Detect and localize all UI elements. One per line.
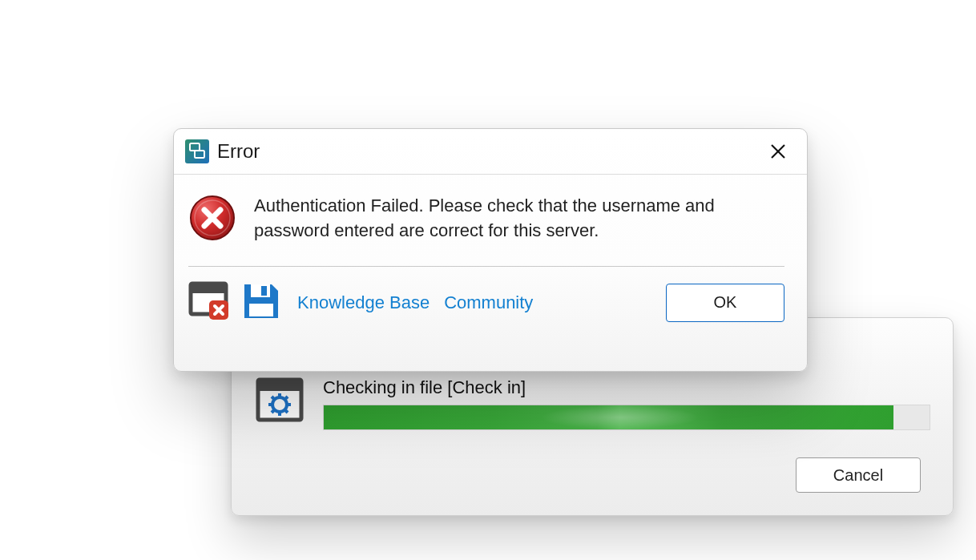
error-dialog-title: Error: [217, 140, 760, 163]
knowledge-base-link[interactable]: Knowledge Base: [297, 292, 430, 313]
window-error-icon[interactable]: [188, 281, 232, 324]
error-dialog-footer: Knowledge Base Community OK: [174, 281, 807, 324]
divider: [188, 266, 784, 267]
footer-icons: [188, 281, 281, 324]
progress-content: Checking in file [Check in]: [323, 377, 929, 430]
error-dialog-body: Authentication Failed. Please check that…: [174, 175, 807, 267]
progress-bar-fill: [324, 405, 893, 429]
close-button[interactable]: [760, 135, 796, 167]
app-icon: [185, 139, 209, 163]
progress-status-text: Checking in file [Check in]: [323, 377, 929, 398]
svg-rect-1: [258, 380, 301, 391]
svg-rect-27: [249, 304, 273, 316]
ok-button[interactable]: OK: [666, 284, 784, 322]
svg-rect-25: [251, 284, 270, 297]
svg-line-8: [285, 397, 288, 400]
progress-dialog-body: Checking in file [Check in]: [256, 377, 929, 430]
progress-row: Checking in file [Check in]: [256, 377, 929, 430]
progress-dialog-buttons: Cancel: [796, 457, 921, 493]
footer-links: Knowledge Base Community: [297, 292, 533, 313]
svg-line-10: [285, 410, 288, 413]
error-message: Authentication Failed. Please check that…: [254, 194, 784, 244]
cancel-button[interactable]: Cancel: [796, 457, 921, 493]
error-dialog: Error: [173, 128, 808, 372]
error-dialog-titlebar[interactable]: Error: [174, 129, 807, 175]
svg-rect-26: [261, 286, 267, 296]
svg-line-9: [272, 410, 275, 413]
community-link[interactable]: Community: [444, 292, 533, 313]
svg-rect-21: [191, 284, 226, 293]
error-row: Authentication Failed. Please check that…: [188, 194, 784, 244]
progress-bar: [323, 405, 930, 430]
svg-line-7: [272, 397, 275, 400]
close-icon: [770, 143, 786, 159]
save-icon[interactable]: [241, 281, 281, 324]
error-icon: [188, 194, 236, 242]
window-gear-icon: [256, 377, 304, 422]
